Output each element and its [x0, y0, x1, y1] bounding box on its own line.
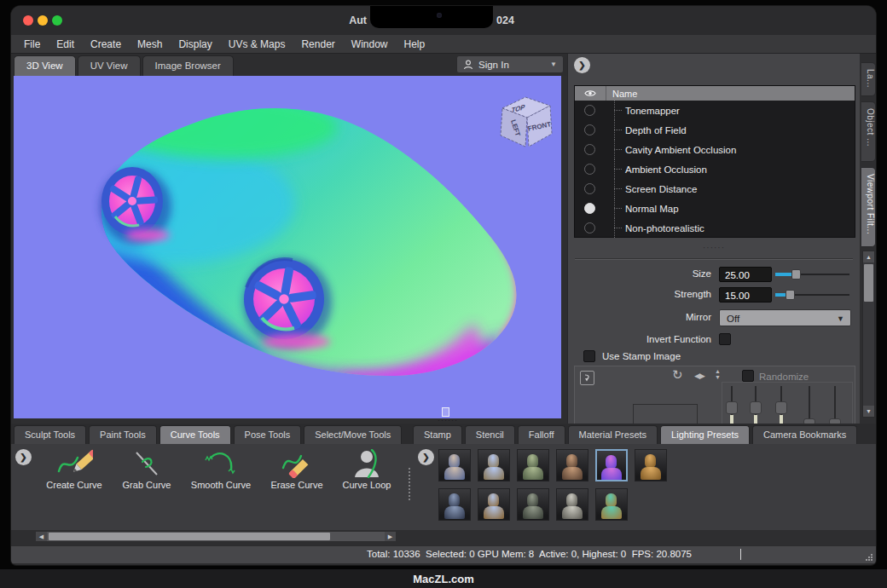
panel-collapse-button[interactable]: ❯: [574, 57, 590, 73]
tool-tray-tab[interactable]: Paint Tools: [89, 425, 157, 444]
stamp-image-group: ↻ ◀▶ ▲▼ Randomize: [574, 366, 855, 424]
tool-tray-tab[interactable]: Curve Tools: [159, 425, 231, 444]
status-bar: Total: 10336 Selected: 0 GPU Mem: 8 Acti…: [11, 545, 876, 563]
randomize-slider[interactable]: [803, 386, 815, 424]
preset-tray-tab[interactable]: Stencil: [465, 425, 515, 444]
filter-label: Ambient Occlusion: [625, 164, 707, 175]
menu-item[interactable]: Window: [351, 38, 388, 50]
scroll-up-arrow[interactable]: ▲: [863, 251, 874, 262]
invert-function-checkbox[interactable]: [719, 333, 731, 345]
lighting-preset-thumbnail[interactable]: [438, 488, 471, 521]
randomize-checkbox[interactable]: [742, 370, 754, 382]
tool-tray-tab[interactable]: Select/Move Tools: [304, 425, 402, 444]
scroll-right-arrow[interactable]: ▶: [385, 532, 396, 541]
filter-toggle-radio[interactable]: [584, 105, 595, 116]
menu-item[interactable]: UVs & Maps: [229, 38, 286, 50]
size-input[interactable]: 25.00: [719, 267, 772, 282]
filter-row[interactable]: Cavity Ambient Occlusion: [575, 140, 855, 159]
flip-vertical-icon[interactable]: ▲▼: [715, 368, 721, 380]
lighting-preset-thumbnail[interactable]: [438, 449, 471, 481]
scroll-down-arrow[interactable]: ▼: [863, 406, 874, 417]
sign-in-dropdown[interactable]: Sign In ▼: [456, 55, 564, 73]
mirror-dropdown[interactable]: Off ▼: [719, 309, 851, 326]
randomize-slider[interactable]: [726, 386, 738, 424]
filter-toggle-radio[interactable]: [584, 124, 595, 135]
tray-collapse-button[interactable]: ❯: [15, 449, 32, 465]
use-stamp-image-checkbox[interactable]: [583, 350, 595, 362]
randomize-slider[interactable]: [775, 386, 787, 424]
car-model[interactable]: [14, 76, 561, 418]
tool-tray-tab[interactable]: Sculpt Tools: [14, 425, 86, 444]
lighting-preset-thumbnail[interactable]: [556, 488, 588, 521]
preset-tray-tab[interactable]: Material Presets: [568, 425, 658, 444]
lighting-preset-thumbnail[interactable]: [517, 449, 549, 481]
import-stamp-icon[interactable]: [580, 371, 594, 385]
filter-row[interactable]: Tonemapper: [575, 101, 855, 120]
tool-create-curve[interactable]: Create Curve: [38, 449, 111, 490]
lighting-preset-thumbnail[interactable]: [595, 488, 628, 521]
preset-tray-tab[interactable]: Stamp: [413, 425, 462, 444]
filter-toggle-radio[interactable]: [584, 183, 595, 194]
size-slider-handle[interactable]: [791, 269, 801, 280]
preset-tray-tab[interactable]: Falloff: [518, 425, 565, 444]
lighting-preset-thumbnail[interactable]: [635, 449, 667, 481]
view-tab[interactable]: 3D View: [14, 55, 76, 76]
lighting-preset-thumbnail[interactable]: [517, 488, 549, 521]
filter-row[interactable]: Normal Map: [575, 199, 855, 218]
3d-viewport[interactable]: TOP LEFT FRONT: [14, 76, 561, 418]
filter-toggle-radio[interactable]: [584, 222, 595, 233]
side-tab[interactable]: Viewport Filt...: [861, 167, 876, 247]
side-tab[interactable]: Object ...: [861, 101, 876, 162]
scrollbar-thumb[interactable]: [49, 533, 330, 540]
view-tab[interactable]: UV View: [78, 55, 141, 76]
size-slider[interactable]: [775, 267, 849, 282]
presets-collapse-button[interactable]: ❯: [418, 449, 434, 465]
tool-tray-tab[interactable]: Pose Tools: [234, 425, 302, 444]
strength-slider[interactable]: [775, 287, 849, 303]
menu-item[interactable]: Edit: [56, 38, 74, 50]
tool-grab-curve[interactable]: Grab Curve: [110, 449, 183, 490]
preset-tray-tab[interactable]: Camera Bookmarks: [752, 425, 857, 444]
menu-item[interactable]: Display: [178, 38, 212, 50]
tool-erase-curve[interactable]: Erase Curve: [260, 449, 333, 490]
rotate-stamp-icon[interactable]: ↻: [672, 367, 683, 383]
scroll-left-arrow[interactable]: ◀: [36, 532, 47, 541]
tool-smooth-curve[interactable]: Smooth Curve: [184, 449, 258, 490]
view-tab[interactable]: Image Browser: [142, 55, 234, 76]
filter-toggle-radio[interactable]: [584, 164, 595, 175]
tray-splitter-grip[interactable]: [409, 468, 410, 500]
lighting-preset-thumbnail[interactable]: [478, 488, 510, 521]
filter-toggle-radio[interactable]: [584, 144, 595, 155]
stamp-preview: [633, 404, 698, 424]
mirror-label: Mirror: [571, 312, 711, 322]
menu-item[interactable]: Help: [404, 38, 426, 50]
menu-item[interactable]: Render: [301, 38, 334, 50]
strength-input[interactable]: 15.00: [719, 287, 772, 303]
filter-row[interactable]: Screen Distance: [575, 179, 855, 199]
preset-tray-tab[interactable]: Lighting Presets: [660, 425, 750, 444]
curve-loop-icon: [330, 449, 403, 478]
menu-item[interactable]: File: [24, 38, 40, 50]
tool-curve-loop[interactable]: Curve Loop: [330, 449, 403, 490]
window-resize-grip[interactable]: [865, 553, 873, 562]
viewport-resize-grip[interactable]: ······: [435, 418, 461, 423]
view-cube[interactable]: TOP LEFT FRONT: [493, 89, 561, 154]
menu-item[interactable]: Create: [90, 38, 121, 50]
filter-row[interactable]: Non-photorealistic: [575, 218, 855, 238]
filter-row[interactable]: Depth of Field: [575, 120, 855, 140]
flip-horizontal-icon[interactable]: ◀▶: [694, 372, 704, 380]
scrollbar-thumb[interactable]: [864, 264, 873, 302]
panel-scrollbar[interactable]: ▲ ▼: [862, 251, 875, 418]
filter-toggle-radio[interactable]: [584, 203, 595, 214]
menu-item[interactable]: Mesh: [137, 38, 162, 50]
lighting-preset-thumbnail[interactable]: [595, 449, 628, 481]
filter-row[interactable]: Ambient Occlusion: [575, 159, 855, 179]
panel-splitter-grip[interactable]: ······: [568, 243, 860, 252]
lighting-preset-thumbnail[interactable]: [556, 449, 588, 481]
randomize-slider[interactable]: [750, 386, 762, 424]
randomize-slider[interactable]: [829, 386, 841, 424]
lighting-preset-thumbnail[interactable]: [478, 449, 510, 481]
side-tab[interactable]: La...: [861, 62, 876, 96]
strength-slider-handle[interactable]: [786, 290, 795, 300]
tray-horizontal-scrollbar[interactable]: ◀ ▶: [35, 531, 397, 542]
